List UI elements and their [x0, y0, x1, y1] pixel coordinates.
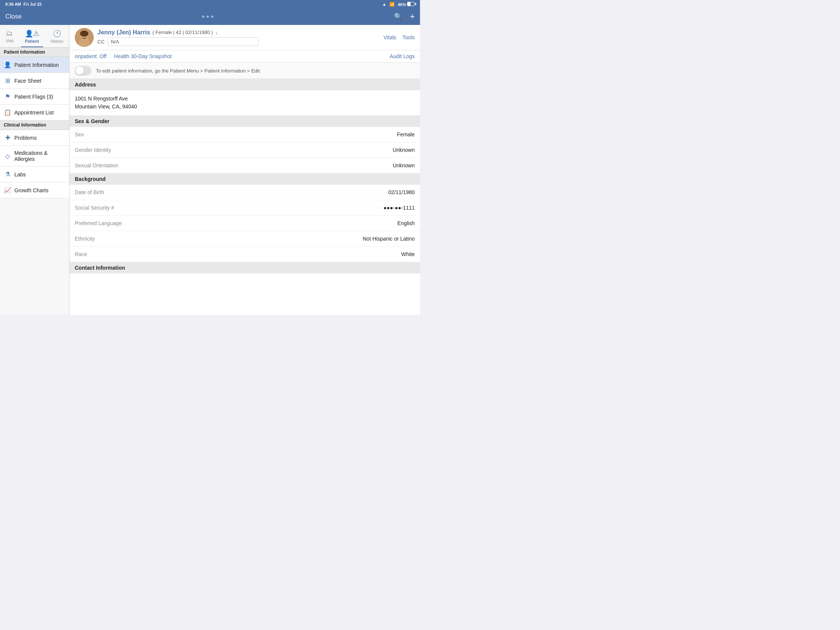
snapshot-link[interactable]: Health 30-Day Snapshot — [114, 53, 172, 59]
address-block: 1001 N Rengstorff AveMountain View, CA, … — [69, 90, 420, 115]
header-dot-2 — [207, 16, 209, 18]
sidebar: 🗂 Visit 👤⚠ Patient 🕐 History Patient Inf… — [0, 25, 69, 315]
patient-flags-icon: ⚑ — [4, 93, 11, 100]
sidebar-item-patient-flags[interactable]: ⚑ Patient Flags (3) — [0, 89, 69, 105]
cc-input[interactable] — [107, 37, 259, 46]
sidebar-item-face-sheet[interactable]: ⊞ Face Sheet — [0, 73, 69, 89]
search-icon[interactable]: 🔍 — [394, 13, 402, 21]
battery-indicator: 46% — [398, 2, 415, 7]
onpatient-link[interactable]: onpatient: Off — [75, 53, 106, 59]
language-value: English — [397, 220, 415, 226]
toggle-bar: To edit patient information, go the Pati… — [69, 63, 420, 79]
race-label: Race — [75, 251, 87, 257]
add-icon[interactable]: + — [410, 12, 415, 22]
sidebar-item-labs[interactable]: ⚗ Labs — [0, 167, 69, 182]
contact-information-header: Contact Information — [69, 262, 420, 273]
patient-info-icon: 👤 — [4, 61, 11, 68]
sex-gender-section: Sex & Gender Sex Female Gender Identity … — [69, 115, 420, 174]
ssn-label: Social Security # — [75, 205, 114, 211]
status-bar: 9:36 AM Fri Jul 22 ▲ 📶 46% — [0, 0, 420, 8]
demographics-dropdown-icon[interactable]: ↓ — [215, 30, 218, 35]
sexual-orientation-row: Sexual Orientation Unknown — [69, 158, 420, 174]
language-label: Preferred Language — [75, 220, 122, 226]
ssn-row: Social Security # ●●●-●●-1111 — [69, 200, 420, 216]
patient-header: Jenny (Jen) Harris ( Female | 42 | 02/11… — [69, 25, 420, 50]
address-text: 1001 N Rengstorff AveMountain View, CA, … — [75, 95, 415, 111]
appointment-list-icon: 📋 — [4, 109, 11, 116]
toggle-knob — [76, 66, 84, 75]
tab-visit-label: Visit — [6, 38, 14, 43]
tab-visit[interactable]: 🗂 Visit — [2, 28, 17, 47]
header-dot-1 — [202, 16, 204, 18]
gender-identity-row: Gender Identity Unknown — [69, 142, 420, 158]
wifi-icon: 📶 — [389, 2, 395, 7]
problems-label: Problems — [14, 135, 36, 141]
sidebar-item-growth-charts[interactable]: 📈 Growth Charts — [0, 182, 69, 198]
background-section: Background Date of Birth 02/11/1980 Soci… — [69, 174, 420, 262]
dob-row: Date of Birth 02/11/1980 — [69, 185, 420, 200]
audit-logs-link[interactable]: Audit Logs — [390, 53, 415, 59]
patient-demographics: ( Female | 42 | 02/11/1980 ) — [153, 30, 213, 35]
problems-icon: ✚ — [4, 134, 11, 141]
face-sheet-label: Face Sheet — [14, 78, 41, 84]
race-value: White — [401, 251, 415, 257]
sexual-orientation-value: Unknown — [393, 163, 415, 169]
appointment-list-label: Appointment List — [14, 109, 54, 115]
vitals-link[interactable]: Vitals — [384, 35, 396, 40]
clinical-information-section-header: Clinical Information — [0, 120, 69, 130]
main-layout: 🗂 Visit 👤⚠ Patient 🕐 History Patient Inf… — [0, 25, 420, 315]
sidebar-item-medications-allergies[interactable]: ◇ Medications & Allergies — [0, 146, 69, 167]
labs-icon: ⚗ — [4, 171, 11, 178]
sub-header-left: onpatient: Off Health 30-Day Snapshot — [75, 53, 172, 59]
header-dot-3 — [211, 16, 213, 18]
growth-charts-label: Growth Charts — [14, 187, 48, 193]
patient-info-header: Jenny (Jen) Harris ( Female | 42 | 02/11… — [98, 29, 380, 46]
contact-information-section: Contact Information — [69, 262, 420, 273]
face-sheet-icon: ⊞ — [4, 77, 11, 84]
toggle-text: To edit patient information, go the Pati… — [96, 68, 261, 74]
sex-gender-header: Sex & Gender — [69, 115, 420, 127]
content-area: Jenny (Jen) Harris ( Female | 42 | 02/11… — [69, 25, 420, 315]
location-icon: ▲ — [382, 2, 386, 6]
sidebar-item-appointment-list[interactable]: 📋 Appointment List — [0, 105, 69, 120]
sidebar-item-problems[interactable]: ✚ Problems — [0, 130, 69, 146]
tools-link[interactable]: Tools — [402, 35, 415, 40]
ssn-value: ●●●-●●-1111 — [384, 205, 415, 211]
header-bar: Close 🔍 + — [0, 8, 420, 25]
medications-allergies-label: Medications & Allergies — [14, 150, 65, 162]
tab-history[interactable]: 🕐 History — [47, 28, 67, 47]
patient-name: Jenny (Jen) Harris — [98, 29, 150, 36]
avatar-svg — [75, 28, 94, 47]
edit-toggle[interactable] — [75, 66, 92, 76]
patient-information-label: Patient Information — [14, 62, 59, 68]
medications-icon: ◇ — [4, 153, 11, 160]
address-section-header: Address — [69, 79, 420, 90]
status-bar-right: ▲ 📶 46% — [382, 2, 415, 7]
gender-identity-value: Unknown — [393, 147, 415, 153]
patient-information-section-header: Patient Information — [0, 47, 69, 57]
patient-flags-label: Patient Flags (3) — [14, 94, 53, 100]
ethnicity-label: Ethnicity — [75, 236, 95, 242]
visit-icon: 🗂 — [6, 30, 13, 37]
status-time: 9:36 AM Fri Jul 22 — [5, 2, 41, 6]
history-icon: 🕐 — [53, 30, 61, 38]
dob-value: 02/11/1980 — [388, 189, 415, 195]
avatar-image — [75, 28, 94, 47]
header-actions: Vitals Tools — [384, 35, 415, 40]
ethnicity-row: Ethnicity Not Hispanic or Latino — [69, 231, 420, 246]
sex-value: Female — [397, 131, 415, 137]
sex-row: Sex Female — [69, 127, 420, 142]
tab-patient[interactable]: 👤⚠ Patient — [21, 28, 43, 47]
cc-label: CC — [98, 39, 105, 44]
sidebar-item-patient-information[interactable]: 👤 Patient Information — [0, 57, 69, 73]
sex-label: Sex — [75, 131, 84, 137]
race-row: Race White — [69, 246, 420, 262]
close-button[interactable]: Close — [5, 13, 22, 21]
patient-icon: 👤⚠ — [25, 30, 39, 38]
labs-label: Labs — [14, 172, 26, 177]
language-row: Preferred Language English — [69, 216, 420, 231]
gender-identity-label: Gender Identity — [75, 147, 111, 153]
svg-point-5 — [80, 31, 88, 36]
header-center — [202, 16, 213, 18]
sub-header: onpatient: Off Health 30-Day Snapshot Au… — [69, 50, 420, 63]
